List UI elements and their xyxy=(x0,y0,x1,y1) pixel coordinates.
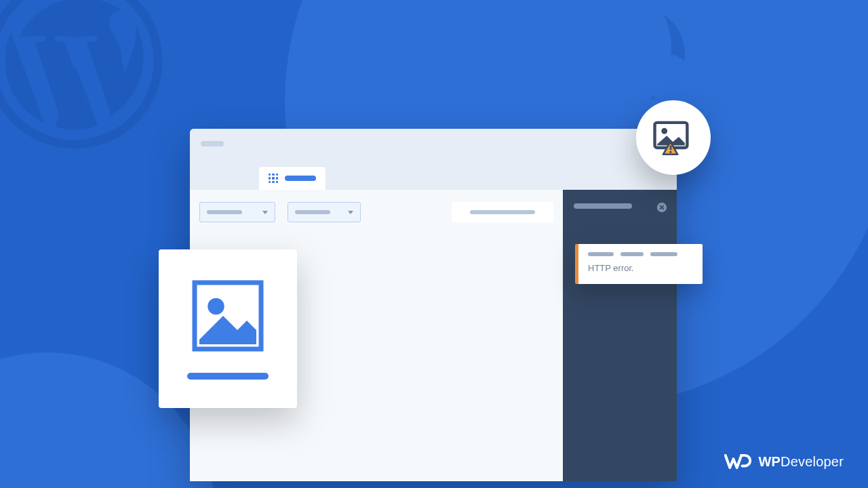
notice-filename xyxy=(588,252,693,256)
image-warning-icon xyxy=(652,120,694,155)
svg-point-3 xyxy=(208,298,224,315)
image-error-badge xyxy=(636,100,711,175)
wpdeveloper-logo-icon xyxy=(724,453,751,470)
image-upload-card[interactable] xyxy=(159,249,297,408)
attachment-details-sidebar xyxy=(563,190,677,481)
brand-text: WPDeveloper xyxy=(758,454,844,470)
chevron-down-icon xyxy=(348,211,353,214)
window-titlebar xyxy=(190,129,677,159)
title-placeholder xyxy=(201,141,224,146)
tab-label xyxy=(285,176,316,181)
wpdeveloper-brand: WPDeveloper xyxy=(724,453,844,470)
close-circle-icon xyxy=(656,202,667,213)
sidebar-title xyxy=(574,203,632,209)
grid-icon xyxy=(269,174,278,183)
image-card-caption xyxy=(187,373,269,380)
svg-point-7 xyxy=(669,151,671,153)
notice-message: HTTP error. xyxy=(588,263,693,273)
upload-error-notice: HTTP error. xyxy=(575,244,703,284)
chevron-down-icon xyxy=(262,211,268,214)
tab-media-library[interactable] xyxy=(259,167,326,190)
filter-date-select[interactable] xyxy=(288,202,361,222)
filter-toolbar xyxy=(190,190,563,222)
tabstrip xyxy=(190,159,677,190)
search-input[interactable] xyxy=(452,202,553,222)
search-placeholder xyxy=(470,210,535,214)
filter-type-select[interactable] xyxy=(199,202,275,222)
svg-point-5 xyxy=(661,128,667,134)
wordpress-logo-icon xyxy=(0,0,163,149)
bg-blob xyxy=(644,54,692,102)
select-label xyxy=(295,210,330,214)
illustration-canvas: HTTP error. WPDe xyxy=(0,0,868,488)
select-label xyxy=(207,210,242,214)
image-placeholder-icon xyxy=(190,278,266,354)
close-button[interactable] xyxy=(656,202,667,213)
svg-rect-6 xyxy=(670,146,672,150)
